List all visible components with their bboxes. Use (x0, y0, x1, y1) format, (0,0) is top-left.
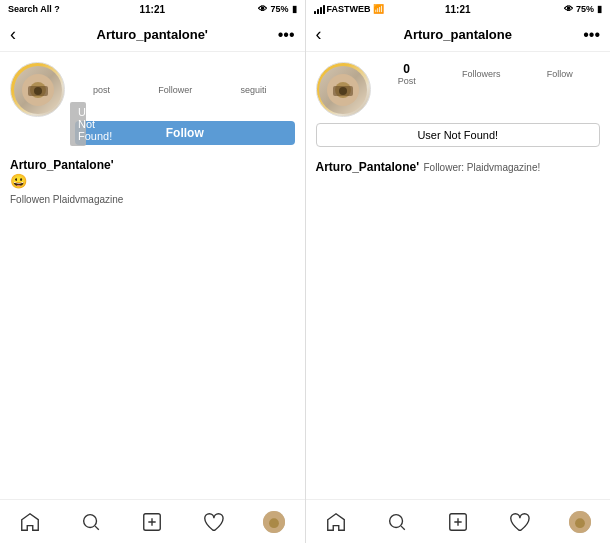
left-post-label: post (93, 85, 110, 95)
right-search-icon (386, 511, 408, 533)
right-carrier-text: FASTWEB (327, 4, 371, 14)
svg-point-12 (390, 514, 403, 527)
left-status-bar: Search All ? 11:21 👁 75% ▮ (0, 0, 305, 18)
right-stat-post: 0 Post (398, 62, 416, 86)
left-content-area (0, 213, 305, 499)
left-stat-following: seguiti (240, 85, 266, 95)
right-profile-info: Arturo_Pantalone' Follower: Plaidvmagazi… (306, 157, 611, 181)
right-nav-avatar (569, 511, 591, 533)
left-bottom-nav-half (0, 500, 305, 543)
right-nav-heart-button[interactable] (488, 500, 549, 543)
left-nav-title: Arturo_pantalone' (30, 27, 275, 42)
left-nav-bar: ‹ Arturo_pantalone' ••• (0, 18, 305, 52)
left-nav-avatar-svg (263, 511, 285, 533)
home-icon (19, 511, 41, 533)
right-nav-search-button[interactable] (366, 500, 427, 543)
left-stat-followers: Follower (158, 85, 192, 95)
right-back-button[interactable]: ‹ (316, 24, 336, 45)
left-profile-follower: Followen Plaidvmagazine (10, 194, 123, 205)
left-more-button[interactable]: ••• (275, 26, 295, 44)
search-icon (80, 511, 102, 533)
right-post-label: Post (398, 76, 416, 86)
right-eye-icon: 👁 (564, 4, 573, 14)
right-stats-row: 0 Post Followers Follow (371, 62, 601, 86)
right-nav-add-button[interactable] (427, 500, 488, 543)
left-battery-text: 75% (270, 4, 288, 14)
right-profile-name: Arturo_Pantalone' (316, 160, 420, 174)
right-home-icon (325, 511, 347, 533)
right-avatar-wrap (316, 62, 371, 117)
right-status-left: FASTWEB 📶 (314, 4, 384, 14)
left-followers-label: Follower (158, 85, 192, 95)
right-battery-text: 75% (576, 4, 594, 14)
heart-icon (202, 511, 224, 533)
right-avatar-svg (325, 72, 361, 108)
right-avatar (316, 62, 371, 117)
left-stats-row: post Follower seguiti (65, 85, 295, 95)
right-status-bar: FASTWEB 📶 11:21 👁 75% ▮ (306, 0, 611, 18)
left-time: 11:21 (139, 4, 165, 15)
left-nav-heart-button[interactable] (183, 500, 244, 543)
right-bottom-nav (306, 499, 611, 543)
left-avatar (10, 62, 65, 117)
right-nav-profile-button[interactable] (549, 500, 610, 543)
right-heart-icon (508, 511, 530, 533)
left-profile-emoji: 😀 (10, 173, 295, 189)
left-nav-profile-button[interactable] (244, 500, 305, 543)
left-phone-panel: Search All ? 11:21 👁 75% ▮ ‹ Arturo_pant… (0, 0, 306, 543)
left-signal-text: Search All ? (8, 4, 60, 14)
left-nav-home-button[interactable] (0, 500, 61, 543)
left-eye-icon: 👁 (258, 4, 267, 14)
right-nav-title: Arturo_pantalone (336, 27, 581, 42)
right-stat-followers: Followers (462, 69, 501, 79)
right-profile-section: 0 Post Followers Follow User Not Found! (306, 52, 611, 157)
left-nav-search-button[interactable] (61, 500, 122, 543)
right-user-not-found-button[interactable]: User Not Found! (316, 123, 601, 147)
right-battery-icon: ▮ (597, 4, 602, 14)
svg-point-3 (34, 87, 42, 95)
svg-point-11 (339, 87, 347, 95)
left-back-button[interactable]: ‹ (10, 24, 30, 45)
right-content-area (306, 181, 611, 499)
right-status-right: 👁 75% ▮ (564, 4, 602, 14)
right-nav-avatar-svg (569, 511, 591, 533)
right-stat-following: Follow (547, 69, 573, 79)
left-profile-name: Arturo_Pantalone' (10, 158, 114, 172)
left-profile-info: Arturo_Pantalone' 😀 Followen Plaidvmagaz… (0, 155, 305, 213)
right-bottom-nav-half (306, 500, 611, 543)
right-avatar-img (319, 66, 367, 114)
right-time: 11:21 (445, 4, 471, 15)
right-nav-bar: ‹ Arturo_pantalone ••• (306, 18, 611, 52)
right-nav-home-button[interactable] (306, 500, 367, 543)
left-status-left: Search All ? (8, 4, 60, 14)
right-wifi-icon: 📶 (373, 4, 384, 14)
left-profile-section: User Not Found! post Follower seguiti (0, 52, 305, 155)
left-user-not-found-overlay: User Not Found! (70, 102, 86, 146)
left-battery-icon: ▮ (292, 4, 297, 14)
left-profile-top: User Not Found! post Follower seguiti (10, 62, 295, 117)
left-avatar-svg (20, 72, 56, 108)
svg-point-15 (575, 518, 585, 528)
right-more-button[interactable]: ••• (580, 26, 600, 44)
right-following-label: Follow (547, 69, 573, 79)
right-signal-icon (314, 5, 325, 14)
svg-point-7 (269, 518, 279, 528)
right-profile-follower: Follower: Plaidvmagazine! (424, 162, 541, 173)
left-nav-add-button[interactable] (122, 500, 183, 543)
add-icon (141, 511, 163, 533)
right-followers-label: Followers (462, 69, 501, 79)
left-nav-avatar (263, 511, 285, 533)
left-status-right: 👁 75% ▮ (258, 4, 296, 14)
right-add-icon (447, 511, 469, 533)
left-avatar-wrap: User Not Found! (10, 62, 65, 117)
left-bottom-nav (0, 499, 305, 543)
right-post-num: 0 (398, 62, 416, 76)
left-avatar-img (14, 66, 62, 114)
right-phone-panel: FASTWEB 📶 11:21 👁 75% ▮ ‹ Arturo_pantalo… (306, 0, 611, 543)
left-following-label: seguiti (240, 85, 266, 95)
left-stat-post: post (93, 85, 110, 95)
svg-point-4 (84, 514, 97, 527)
right-profile-top: 0 Post Followers Follow (316, 62, 601, 117)
